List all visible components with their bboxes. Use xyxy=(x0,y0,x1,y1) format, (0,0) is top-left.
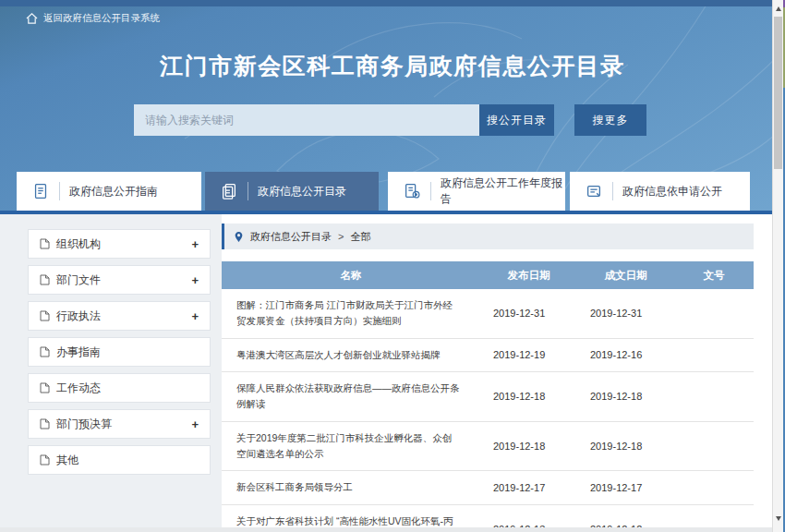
search-bar: 搜公开目录 搜更多 xyxy=(134,104,646,136)
written-date: 2019-12-31 xyxy=(577,308,674,319)
page: 返回政府信息公开目录系统 江门市新会区科工商务局政府信息公开目录 搜公开目录 搜… xyxy=(0,0,785,532)
document-title-link[interactable]: 图解：江门市商务局 江门市财政局关于江门市外经贸发展资金（扶持项目方向）实施细则 xyxy=(222,289,480,338)
breadcrumb: 政府信息公开目录 > 全部 xyxy=(222,224,754,249)
page-icon xyxy=(40,310,50,321)
sidebar-item-label: 组织机构 xyxy=(56,236,191,252)
documents-stack-icon xyxy=(220,182,238,200)
document-title-link[interactable]: 粤港澳大湾区高层次人才创新创业就业驿站揭牌 xyxy=(222,339,480,371)
publish-date: 2019-12-17 xyxy=(480,482,577,493)
sidebar-item-law-enforcement[interactable]: 行政执法 + xyxy=(28,301,211,331)
sidebar-item-service-guide[interactable]: 办事指南 xyxy=(28,337,211,367)
scrollbar-thumb[interactable] xyxy=(774,17,782,169)
sidebar-item-label: 行政执法 xyxy=(56,308,191,324)
location-pin-icon xyxy=(234,231,244,243)
table-row: 保障人民群众依法获取政府信息——政府信息公开条例解读 2019-12-18 20… xyxy=(222,372,754,422)
search-catalog-button[interactable]: 搜公开目录 xyxy=(479,104,554,136)
publish-date: 2019-12-18 xyxy=(480,391,577,402)
tab-label: 政府信息公开指南 xyxy=(69,184,158,200)
sidebar-item-label: 办事指南 xyxy=(56,345,199,360)
tab-separator xyxy=(430,182,431,200)
sidebar-item-label: 部门预决算 xyxy=(56,417,191,432)
breadcrumb-current: 全部 xyxy=(350,230,370,244)
publish-date: 2019-12-31 xyxy=(480,308,577,319)
table-row: 关于2019年度第二批江门市科技企业孵化器、众创空间遴选名单的公示 2019-1… xyxy=(222,422,754,472)
tab-separator xyxy=(248,182,248,200)
written-date: 2019-12-18 xyxy=(577,391,674,402)
document-title-link[interactable]: 保障人民群众依法获取政府信息——政府信息公开条例解读 xyxy=(222,372,480,421)
top-bar xyxy=(0,0,785,6)
sidebar-item-organization[interactable]: 组织机构 + xyxy=(28,229,211,259)
back-link-label: 返回政府信息公开目录系统 xyxy=(43,12,160,25)
sidebar-item-budget[interactable]: 部门预决算 + xyxy=(28,409,211,439)
tab-annual-report[interactable]: 政府信息公开工作年度报告 xyxy=(388,172,565,211)
document-clock-icon xyxy=(403,182,421,200)
document-title-link[interactable]: 新会区科工商务局领导分工 xyxy=(222,471,480,503)
header-publish-date: 发布日期 xyxy=(480,269,577,283)
sidebar-item-label: 工作动态 xyxy=(56,381,199,396)
search-more-button[interactable]: 搜更多 xyxy=(574,104,646,136)
page-icon xyxy=(40,418,50,429)
document-icon xyxy=(31,182,50,200)
page-title: 江门市新会区科工商务局政府信息公开目录 xyxy=(0,51,785,81)
breadcrumb-section[interactable]: 政府信息公开目录 xyxy=(250,230,332,244)
scroll-down-icon[interactable] xyxy=(773,512,783,525)
vertical-scrollbar[interactable] xyxy=(772,0,783,532)
written-date: 2019-12-17 xyxy=(577,482,674,493)
sidebar-item-label: 其他 xyxy=(56,453,199,468)
bottom-edge-strip xyxy=(0,527,785,532)
written-date: 2019-12-16 xyxy=(577,349,674,360)
tab-label: 政府信息公开工作年度报告 xyxy=(441,175,565,207)
tab-separator xyxy=(59,182,60,200)
page-icon xyxy=(40,454,50,466)
page-icon xyxy=(40,346,50,357)
tab-disclosure-by-request[interactable]: 政府信息依申请公开 xyxy=(570,172,750,211)
sidebar: 组织机构 + 部门文件 + 行政执法 + 办事指南 工作动态 xyxy=(0,214,222,532)
main-panel: 政府信息公开目录 > 全部 名称 发布日期 成文日期 文号 图解：江门市商务局 … xyxy=(222,214,785,532)
expand-plus-icon: + xyxy=(191,309,199,323)
table-header-row: 名称 发布日期 成文日期 文号 xyxy=(222,261,754,289)
expand-plus-icon: + xyxy=(191,417,199,431)
tab-label: 政府信息依申请公开 xyxy=(622,184,722,200)
tab-bar: 政府信息公开指南 政府信息公开目录 xyxy=(17,172,750,211)
tab-separator xyxy=(612,182,613,200)
back-to-catalog-link[interactable]: 返回政府信息公开目录系统 xyxy=(26,12,160,25)
page-header: 返回政府信息公开目录系统 江门市新会区科工商务局政府信息公开目录 搜公开目录 搜… xyxy=(0,0,785,214)
header-doc-number: 文号 xyxy=(674,269,754,283)
table-row: 新会区科工商务局领导分工 2019-12-17 2019-12-17 xyxy=(222,471,754,504)
expand-plus-icon: + xyxy=(191,237,199,251)
publish-date: 2019-12-18 xyxy=(480,441,577,452)
sidebar-item-label: 部门文件 xyxy=(56,272,191,288)
document-title-link[interactable]: 关于2019年度第二批江门市科技企业孵化器、众创空间遴选名单的公示 xyxy=(222,422,480,471)
sidebar-item-department-files[interactable]: 部门文件 + xyxy=(28,265,211,295)
content-area: 组织机构 + 部门文件 + 行政执法 + 办事指南 工作动态 xyxy=(0,214,785,532)
written-date: 2019-12-18 xyxy=(577,441,674,452)
documents-table: 名称 发布日期 成文日期 文号 图解：江门市商务局 江门市财政局关于江门市外经贸… xyxy=(222,261,754,532)
page-icon xyxy=(40,382,50,393)
expand-plus-icon: + xyxy=(191,273,199,287)
header-written-date: 成文日期 xyxy=(577,269,674,283)
tab-disclosure-catalog[interactable]: 政府信息公开目录 xyxy=(205,172,379,211)
page-icon xyxy=(40,274,50,285)
page-icon xyxy=(40,238,50,249)
application-form-icon xyxy=(585,182,603,200)
tab-label: 政府信息公开目录 xyxy=(258,184,346,200)
table-row: 粤港澳大湾区高层次人才创新创业就业驿站揭牌 2019-12-19 2019-12… xyxy=(222,339,754,372)
table-row: 图解：江门市商务局 江门市财政局关于江门市外经贸发展资金（扶持项目方向）实施细则… xyxy=(222,289,754,339)
home-icon xyxy=(26,13,38,24)
tab-disclosure-guide[interactable]: 政府信息公开指南 xyxy=(17,172,201,211)
publish-date: 2019-12-19 xyxy=(480,349,577,360)
search-input[interactable] xyxy=(134,104,479,136)
scroll-up-icon[interactable] xyxy=(773,2,783,15)
header-name: 名称 xyxy=(222,269,480,283)
sidebar-item-work-updates[interactable]: 工作动态 xyxy=(28,373,211,403)
breadcrumb-separator: > xyxy=(338,231,344,242)
sidebar-item-others[interactable]: 其他 xyxy=(28,445,211,475)
